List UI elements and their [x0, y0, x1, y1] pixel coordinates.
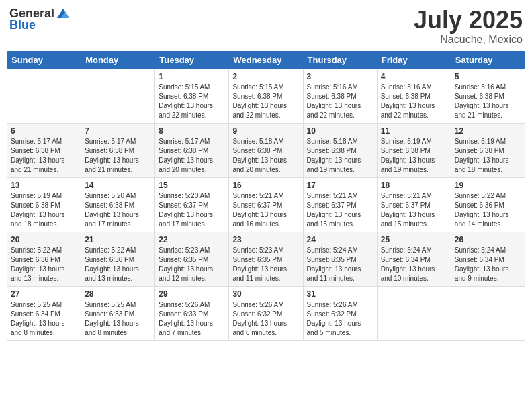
day-info: Sunrise: 5:19 AMSunset: 6:38 PMDaylight:… — [455, 137, 521, 175]
day-number: 23 — [232, 235, 299, 244]
calendar-cell: 4Sunrise: 5:16 AMSunset: 6:38 PMDaylight… — [377, 68, 451, 123]
weekday-header-friday: Friday — [377, 51, 451, 68]
title-block: July 2025 Nacuche, Mexico — [414, 7, 523, 46]
day-info: Sunrise: 5:16 AMSunset: 6:38 PMDaylight:… — [381, 83, 447, 120]
calendar-cell: 14Sunrise: 5:20 AMSunset: 6:38 PMDayligh… — [81, 177, 155, 232]
day-number: 12 — [455, 126, 521, 136]
day-info: Sunrise: 5:21 AMSunset: 6:37 PMDaylight:… — [232, 191, 299, 229]
day-info: Sunrise: 5:21 AMSunset: 6:37 PMDaylight:… — [381, 191, 447, 229]
calendar-cell — [377, 286, 451, 340]
day-info: Sunrise: 5:17 AMSunset: 6:38 PMDaylight:… — [159, 137, 225, 175]
day-info: Sunrise: 5:23 AMSunset: 6:35 PMDaylight:… — [232, 246, 299, 283]
day-info: Sunrise: 5:24 AMSunset: 6:35 PMDaylight:… — [307, 246, 373, 283]
day-info: Sunrise: 5:15 AMSunset: 6:38 PMDaylight:… — [159, 83, 225, 120]
page-title: July 2025 — [414, 7, 523, 34]
day-info: Sunrise: 5:26 AMSunset: 6:32 PMDaylight:… — [232, 300, 299, 338]
day-info: Sunrise: 5:15 AMSunset: 6:38 PMDaylight:… — [232, 83, 299, 120]
calendar-cell: 27Sunrise: 5:25 AMSunset: 6:34 PMDayligh… — [7, 286, 81, 340]
calendar-week-2: 6Sunrise: 5:17 AMSunset: 6:38 PMDaylight… — [7, 123, 525, 177]
day-info: Sunrise: 5:25 AMSunset: 6:33 PMDaylight:… — [85, 300, 151, 338]
calendar-week-3: 13Sunrise: 5:19 AMSunset: 6:38 PMDayligh… — [7, 177, 525, 232]
day-info: Sunrise: 5:19 AMSunset: 6:38 PMDaylight:… — [381, 137, 447, 175]
day-number: 21 — [85, 235, 151, 244]
day-info: Sunrise: 5:17 AMSunset: 6:38 PMDaylight:… — [11, 137, 77, 175]
calendar-cell: 16Sunrise: 5:21 AMSunset: 6:37 PMDayligh… — [229, 177, 303, 232]
day-number: 15 — [159, 181, 225, 190]
calendar-cell: 18Sunrise: 5:21 AMSunset: 6:37 PMDayligh… — [377, 177, 451, 232]
day-info: Sunrise: 5:20 AMSunset: 6:38 PMDaylight:… — [85, 191, 151, 229]
calendar-cell: 24Sunrise: 5:24 AMSunset: 6:35 PMDayligh… — [303, 232, 377, 286]
calendar-cell: 8Sunrise: 5:17 AMSunset: 6:38 PMDaylight… — [155, 123, 229, 177]
calendar-cell: 11Sunrise: 5:19 AMSunset: 6:38 PMDayligh… — [377, 123, 451, 177]
page-subtitle: Nacuche, Mexico — [414, 34, 523, 46]
calendar-cell: 1Sunrise: 5:15 AMSunset: 6:38 PMDaylight… — [155, 68, 229, 123]
day-info: Sunrise: 5:16 AMSunset: 6:38 PMDaylight:… — [455, 83, 521, 120]
day-info: Sunrise: 5:22 AMSunset: 6:36 PMDaylight:… — [11, 246, 77, 283]
weekday-header-tuesday: Tuesday — [155, 51, 229, 68]
calendar-cell — [81, 68, 155, 123]
calendar-cell: 6Sunrise: 5:17 AMSunset: 6:38 PMDaylight… — [7, 123, 81, 177]
logo-icon — [56, 7, 71, 19]
calendar-cell: 2Sunrise: 5:15 AMSunset: 6:38 PMDaylight… — [229, 68, 303, 123]
weekday-header-saturday: Saturday — [451, 51, 525, 68]
day-info: Sunrise: 5:26 AMSunset: 6:33 PMDaylight:… — [159, 300, 225, 338]
day-info: Sunrise: 5:18 AMSunset: 6:38 PMDaylight:… — [307, 137, 373, 175]
day-number: 6 — [11, 126, 77, 136]
calendar-cell: 30Sunrise: 5:26 AMSunset: 6:32 PMDayligh… — [229, 286, 303, 340]
weekday-header-wednesday: Wednesday — [229, 51, 303, 68]
calendar-cell: 10Sunrise: 5:18 AMSunset: 6:38 PMDayligh… — [303, 123, 377, 177]
calendar-cell — [7, 68, 81, 123]
calendar-cell: 28Sunrise: 5:25 AMSunset: 6:33 PMDayligh… — [81, 286, 155, 340]
calendar-cell: 20Sunrise: 5:22 AMSunset: 6:36 PMDayligh… — [7, 232, 81, 286]
day-info: Sunrise: 5:26 AMSunset: 6:32 PMDaylight:… — [307, 300, 373, 338]
calendar-cell: 13Sunrise: 5:19 AMSunset: 6:38 PMDayligh… — [7, 177, 81, 232]
day-number: 11 — [381, 126, 447, 136]
calendar-cell: 15Sunrise: 5:20 AMSunset: 6:37 PMDayligh… — [155, 177, 229, 232]
calendar-table: SundayMondayTuesdayWednesdayThursdayFrid… — [7, 51, 525, 341]
day-number: 22 — [159, 235, 225, 244]
logo: General Blue — [9, 7, 71, 32]
day-number: 2 — [232, 72, 299, 81]
weekday-header-thursday: Thursday — [303, 51, 377, 68]
day-info: Sunrise: 5:20 AMSunset: 6:37 PMDaylight:… — [159, 191, 225, 229]
day-number: 1 — [159, 72, 225, 81]
calendar-cell: 29Sunrise: 5:26 AMSunset: 6:33 PMDayligh… — [155, 286, 229, 340]
calendar-week-5: 27Sunrise: 5:25 AMSunset: 6:34 PMDayligh… — [7, 286, 525, 340]
day-info: Sunrise: 5:24 AMSunset: 6:34 PMDaylight:… — [455, 246, 521, 283]
day-number: 16 — [232, 181, 299, 190]
day-number: 17 — [307, 181, 373, 190]
calendar-cell: 26Sunrise: 5:24 AMSunset: 6:34 PMDayligh… — [451, 232, 525, 286]
calendar-cell — [451, 286, 525, 340]
day-info: Sunrise: 5:24 AMSunset: 6:34 PMDaylight:… — [381, 246, 447, 283]
day-info: Sunrise: 5:25 AMSunset: 6:34 PMDaylight:… — [11, 300, 77, 338]
day-number: 28 — [85, 289, 151, 299]
day-info: Sunrise: 5:22 AMSunset: 6:36 PMDaylight:… — [85, 246, 151, 283]
weekday-header-monday: Monday — [81, 51, 155, 68]
day-info: Sunrise: 5:17 AMSunset: 6:38 PMDaylight:… — [85, 137, 151, 175]
day-number: 18 — [381, 181, 447, 190]
calendar-cell: 31Sunrise: 5:26 AMSunset: 6:32 PMDayligh… — [303, 286, 377, 340]
weekday-header-sunday: Sunday — [7, 51, 81, 68]
day-info: Sunrise: 5:16 AMSunset: 6:38 PMDaylight:… — [307, 83, 373, 120]
day-number: 20 — [11, 235, 77, 244]
day-number: 29 — [159, 289, 225, 299]
calendar-cell: 3Sunrise: 5:16 AMSunset: 6:38 PMDaylight… — [303, 68, 377, 123]
day-number: 3 — [307, 72, 373, 81]
day-number: 4 — [381, 72, 447, 81]
day-number: 30 — [232, 289, 299, 299]
calendar-cell: 12Sunrise: 5:19 AMSunset: 6:38 PMDayligh… — [451, 123, 525, 177]
day-number: 8 — [159, 126, 225, 136]
calendar-week-1: 1Sunrise: 5:15 AMSunset: 6:38 PMDaylight… — [7, 68, 525, 123]
day-number: 19 — [455, 181, 521, 190]
calendar-cell: 5Sunrise: 5:16 AMSunset: 6:38 PMDaylight… — [451, 68, 525, 123]
day-info: Sunrise: 5:18 AMSunset: 6:38 PMDaylight:… — [232, 137, 299, 175]
day-number: 10 — [307, 126, 373, 136]
day-number: 26 — [455, 235, 521, 244]
day-info: Sunrise: 5:23 AMSunset: 6:35 PMDaylight:… — [159, 246, 225, 283]
day-info: Sunrise: 5:19 AMSunset: 6:38 PMDaylight:… — [11, 191, 77, 229]
day-number: 5 — [455, 72, 521, 81]
day-info: Sunrise: 5:21 AMSunset: 6:37 PMDaylight:… — [307, 191, 373, 229]
day-number: 13 — [11, 181, 77, 190]
calendar-week-4: 20Sunrise: 5:22 AMSunset: 6:36 PMDayligh… — [7, 232, 525, 286]
calendar-cell: 22Sunrise: 5:23 AMSunset: 6:35 PMDayligh… — [155, 232, 229, 286]
